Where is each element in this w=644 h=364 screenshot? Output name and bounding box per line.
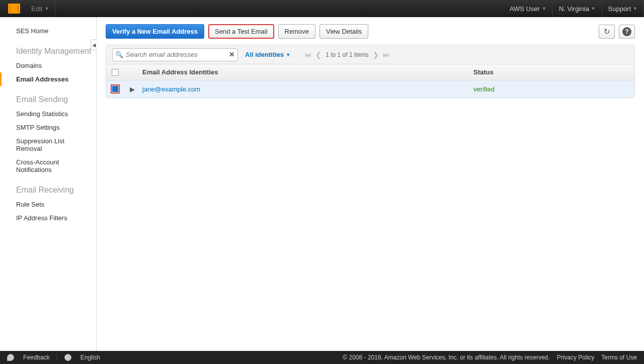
caret-down-icon: ▼: [44, 6, 49, 11]
sidebar-item-cross-account[interactable]: Cross-Account Notifications: [0, 155, 96, 176]
row-checkbox-highlight: [111, 84, 120, 94]
table-row[interactable]: ▶ jane@example.com verified: [106, 80, 634, 98]
aws-logo-icon: [8, 4, 20, 14]
select-all-checkbox[interactable]: [112, 69, 119, 76]
help-button[interactable]: ?: [619, 25, 635, 39]
sidebar-section-identity: Identity Management: [0, 38, 96, 59]
search-wrap: 🔍 ✕: [112, 48, 238, 61]
sidebar-section-receiving: Email Receiving: [0, 176, 96, 198]
sidebar-item-sending-stats[interactable]: Sending Statistics: [0, 107, 96, 121]
search-input[interactable]: [112, 48, 238, 61]
pager-next-icon[interactable]: ❯: [373, 51, 379, 59]
row-email[interactable]: jane@example.com: [140, 85, 473, 93]
refresh-button[interactable]: [599, 25, 615, 39]
footer-feedback[interactable]: Feedback: [23, 354, 50, 361]
col-header-status[interactable]: Status: [473, 68, 634, 76]
caret-down-icon: ▼: [591, 6, 596, 11]
table-header: Email Address Identities Status: [106, 64, 634, 80]
nav-edit-label: Edit: [31, 5, 42, 13]
sidebar-section-sending: Email Sending: [0, 86, 96, 107]
identities-panel: 🔍 ✕ All identities ▼ ⏮ ❮ 1 to 1 of 1 ite…: [106, 45, 635, 98]
top-nav: AWS▼ Services▼ Edit▼ AWS User▼ N. Virgin…: [0, 0, 644, 17]
help-icon: ?: [622, 27, 631, 36]
action-toolbar: Verify a New Email Address Send a Test E…: [106, 24, 635, 39]
sidebar-item-domains[interactable]: Domains: [0, 59, 96, 72]
nav-edit[interactable]: Edit▼: [25, 0, 55, 17]
row-checkbox[interactable]: [112, 86, 118, 92]
pager-prev-icon[interactable]: ❮: [315, 51, 321, 59]
nav-user-label: AWS User: [510, 5, 540, 13]
footer-privacy[interactable]: Privacy Policy: [557, 354, 595, 361]
sidebar-item-ip-filters[interactable]: IP Address Filters: [0, 211, 96, 225]
select-all-cell: [106, 69, 124, 76]
main-content: Verify a New Email Address Send a Test E…: [97, 17, 644, 351]
nav-region-label: N. Virginia: [559, 5, 589, 13]
footer-language[interactable]: English: [80, 354, 100, 361]
caret-down-icon: ▼: [542, 6, 546, 11]
pager-first-icon[interactable]: ⏮: [304, 51, 311, 59]
verify-email-button[interactable]: Verify a New Email Address: [106, 24, 204, 39]
sidebar-item-ses-home[interactable]: SES Home: [0, 24, 96, 38]
footer-terms[interactable]: Terms of Use: [601, 354, 637, 361]
sidebar-item-suppression[interactable]: Suppression List Removal: [0, 134, 96, 155]
row-status: verified: [473, 85, 634, 93]
send-test-email-button[interactable]: Send a Test Email: [208, 24, 274, 39]
filter-row: 🔍 ✕ All identities ▼ ⏮ ❮ 1 to 1 of 1 ite…: [106, 45, 634, 64]
pager-last-icon[interactable]: ⏭: [383, 51, 390, 59]
col-header-email[interactable]: Email Address Identities: [140, 68, 473, 76]
sidebar-item-email-addresses[interactable]: Email Addresses: [0, 72, 96, 86]
clear-search-icon[interactable]: ✕: [229, 50, 235, 58]
refresh-icon: [604, 27, 610, 36]
nav-region[interactable]: N. Virginia▼: [553, 0, 602, 17]
remove-button[interactable]: Remove: [278, 24, 315, 39]
identities-filter-label: All identities: [245, 51, 284, 58]
footer: Feedback English © 2008 - 2016, Amazon W…: [0, 351, 644, 364]
feedback-icon: [7, 354, 14, 361]
search-icon: 🔍: [115, 51, 123, 58]
row-checkbox-cell: [106, 84, 124, 94]
row-expand-icon[interactable]: ▶: [124, 85, 140, 93]
view-details-button[interactable]: View Details: [319, 24, 368, 39]
pager-text: 1 to 1 of 1 items: [326, 51, 368, 58]
nav-support[interactable]: Support▼: [602, 0, 644, 17]
sidebar-item-rule-sets[interactable]: Rule Sets: [0, 198, 96, 211]
footer-copyright: © 2008 - 2016, Amazon Web Services, Inc.…: [343, 354, 549, 361]
sidebar: SES Home Identity Management Domains Ema…: [0, 17, 97, 351]
caret-down-icon: ▼: [633, 6, 637, 11]
caret-down-icon: ▼: [286, 52, 290, 57]
nav-support-label: Support: [608, 5, 631, 13]
globe-icon: [64, 354, 71, 361]
nav-user[interactable]: AWS User▼: [504, 0, 553, 17]
identities-filter-dropdown[interactable]: All identities ▼: [245, 51, 290, 58]
pager: ⏮ ❮ 1 to 1 of 1 items ❯ ⏭: [304, 51, 389, 59]
sidebar-item-smtp[interactable]: SMTP Settings: [0, 121, 96, 134]
